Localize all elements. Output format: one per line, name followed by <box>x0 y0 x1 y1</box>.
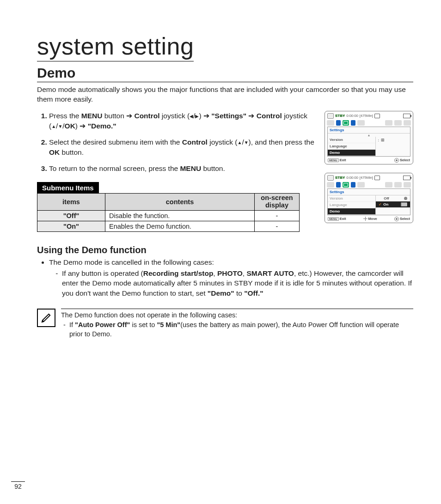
select-label: Select <box>400 158 410 162</box>
tab-icon <box>394 182 402 188</box>
menu-item-language: Language <box>328 143 375 150</box>
select-icon <box>394 158 399 163</box>
tab-icon <box>357 182 365 188</box>
step-1: Press the MENU button ➔ Control joystick… <box>49 111 317 132</box>
option-on: ✓On <box>376 201 410 207</box>
note-subitem: If "Auto Power Off" is set to "5 Min"(us… <box>69 321 413 339</box>
tab-icon <box>404 120 411 126</box>
step-2: Select the desired submenu item with the… <box>49 137 317 158</box>
check-icon: ✓ <box>379 202 382 206</box>
steps-list: Press the MENU button ➔ Control joystick… <box>37 111 317 174</box>
select-icon <box>394 217 399 221</box>
tab-icon <box>327 182 334 188</box>
camcorder-icon <box>327 113 334 119</box>
tab-icon <box>394 120 402 126</box>
move-label: Move <box>368 217 377 221</box>
menu-item-language: Language <box>328 202 375 208</box>
using-list: The Demo mode is cancelled in the follow… <box>37 257 413 298</box>
arrow-right-icon <box>351 120 355 126</box>
option-off: Off <box>376 195 410 201</box>
tab-settings-icon <box>343 182 349 188</box>
table-row: "On" Enables the Demo function. - <box>37 221 300 232</box>
menu-item-version: Version <box>328 195 375 202</box>
th-contents: contents <box>105 194 255 211</box>
submenu-tab: Submenu Items <box>37 182 99 194</box>
battery-icon <box>403 176 410 180</box>
card-icon <box>374 176 380 180</box>
select-label: Select <box>400 217 410 221</box>
page-number: 92 <box>11 481 25 490</box>
arrow-left-icon <box>336 182 341 188</box>
intro-paragraph: Demo mode automatically shows you the ma… <box>37 85 413 104</box>
camcorder-icon <box>327 175 334 181</box>
tab-icon <box>385 120 392 126</box>
panel-title: Settings <box>328 189 410 195</box>
move-icon <box>363 217 368 221</box>
exit-label: Exit <box>340 158 346 162</box>
stby-label: STBY <box>335 176 345 180</box>
card-icon <box>374 114 380 118</box>
timecode: 0:00:00 <box>346 176 358 180</box>
table-row: "Off" Disable the function. - <box>37 211 300 221</box>
menu-item-demo: Demo <box>328 208 375 215</box>
step-3: To return to the normal screen, press th… <box>49 164 317 174</box>
submenu-table: items contents on-screen display "Off" D… <box>37 193 300 232</box>
scroll-up-icon: ▲ <box>328 134 410 137</box>
page-title: system setting <box>37 32 194 61</box>
menu-chip-icon: MENU <box>328 158 339 162</box>
option-icon <box>401 202 407 206</box>
th-osd: on-screen display <box>255 194 300 211</box>
timecode: 0:00:00 <box>346 114 358 118</box>
arrow-left-icon <box>336 120 341 126</box>
remaining-time: [475Min] <box>360 114 373 118</box>
panel-title: Settings <box>328 127 410 134</box>
tab-settings-icon <box>343 120 349 126</box>
menu-item-version: Version <box>328 137 375 143</box>
arrow-right-icon <box>351 182 355 188</box>
tab-icon <box>404 182 411 188</box>
using-subitem: If any button is operated (Recording sta… <box>62 268 413 298</box>
note-text: The Demo function does not operate in th… <box>61 309 413 339</box>
tab-icon <box>327 120 334 126</box>
value-icon: ⊞ <box>381 138 385 142</box>
tab-icon <box>357 120 365 126</box>
section-heading: Demo <box>37 65 413 81</box>
lcd-screenshot-2: STBY 0:00:00 [475Min] <box>325 173 413 223</box>
th-items: items <box>37 194 105 211</box>
remaining-time: [475Min] <box>360 176 373 180</box>
radio-icon <box>404 197 407 200</box>
menu-item-demo: Demo <box>328 150 375 156</box>
stby-label: STBY <box>335 114 345 118</box>
exit-label: Exit <box>340 217 346 221</box>
note-icon <box>37 309 55 327</box>
tab-icon <box>385 182 392 188</box>
battery-icon <box>403 114 410 118</box>
lcd-screenshot-1: STBY 0:00:00 [475Min] <box>325 111 413 164</box>
using-heading: Using the Demo function <box>37 245 413 255</box>
menu-chip-icon: MENU <box>328 217 339 221</box>
